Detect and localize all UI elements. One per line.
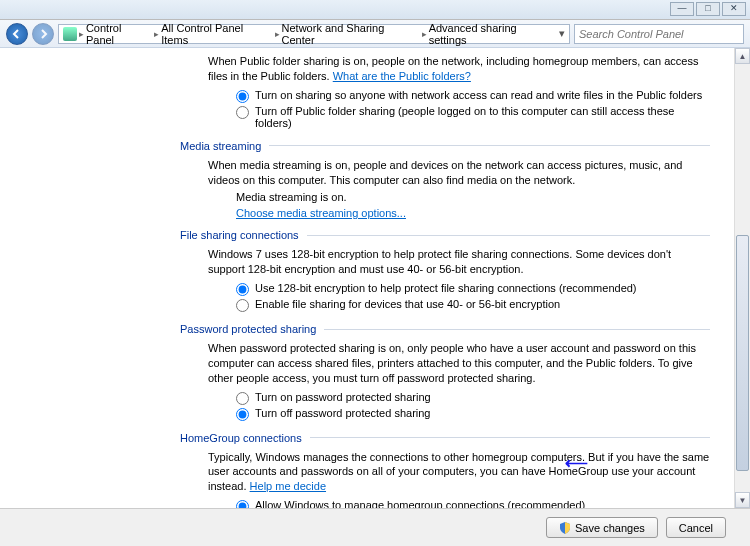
section-media-streaming: Media streaming When media streaming is …	[180, 140, 710, 220]
bc-control-panel[interactable]: Control Panel	[86, 22, 152, 46]
shield-icon	[559, 522, 571, 534]
divider	[324, 329, 710, 330]
scroll-up-button[interactable]: ▲	[735, 48, 750, 64]
chevron-right-icon: ▸	[422, 29, 427, 39]
vertical-scrollbar[interactable]: ▲ ▼	[734, 48, 750, 508]
radio-public-sharing-off[interactable]: Turn off Public folder sharing (people l…	[236, 104, 710, 130]
section-file-sharing: File sharing connections Windows 7 uses …	[180, 229, 710, 313]
breadcrumb-dropdown-icon[interactable]: ▾	[559, 27, 565, 40]
media-streaming-status: Media streaming is on.	[236, 191, 710, 203]
search-input[interactable]	[579, 28, 739, 40]
control-panel-icon	[63, 27, 77, 41]
radio-128bit[interactable]: Use 128-bit encryption to help protect f…	[236, 281, 710, 297]
section-title: File sharing connections	[180, 229, 299, 241]
navigation-bar: ▸ Control Panel ▸ All Control Panel Item…	[0, 20, 750, 48]
section-title: Password protected sharing	[180, 323, 316, 335]
file-sharing-text: Windows 7 uses 128-bit encryption to hel…	[208, 247, 710, 277]
help-me-decide-link[interactable]: Help me decide	[250, 480, 326, 492]
footer-bar: Save changes Cancel	[0, 508, 750, 546]
scroll-thumb[interactable]	[736, 235, 749, 470]
content-pane: When Public folder sharing is on, people…	[0, 48, 750, 508]
media-streaming-options-link[interactable]: Choose media streaming options...	[236, 207, 406, 219]
cancel-button[interactable]: Cancel	[666, 517, 726, 538]
public-folder-intro: When Public folder sharing is on, people…	[208, 54, 710, 84]
homegroup-text: Typically, Windows manages the connectio…	[208, 450, 710, 495]
public-folders-link[interactable]: What are the Public folders?	[333, 70, 471, 82]
section-password-sharing: Password protected sharing When password…	[180, 323, 710, 422]
radio-password-on[interactable]: Turn on password protected sharing	[236, 390, 710, 406]
chevron-right-icon: ▸	[275, 29, 280, 39]
maximize-button[interactable]: □	[696, 2, 720, 16]
close-button[interactable]: ✕	[722, 2, 746, 16]
save-changes-button[interactable]: Save changes	[546, 517, 658, 538]
divider	[310, 437, 710, 438]
breadcrumb[interactable]: ▸ Control Panel ▸ All Control Panel Item…	[58, 24, 570, 44]
chevron-right-icon: ▸	[154, 29, 159, 39]
section-title: Media streaming	[180, 140, 261, 152]
chevron-right-icon: ▸	[79, 29, 84, 39]
divider	[307, 235, 710, 236]
bc-network-sharing[interactable]: Network and Sharing Center	[282, 22, 420, 46]
radio-4056bit[interactable]: Enable file sharing for devices that use…	[236, 297, 710, 313]
section-title: HomeGroup connections	[180, 432, 302, 444]
back-button[interactable]	[6, 23, 28, 45]
search-box[interactable]	[574, 24, 744, 44]
section-homegroup: HomeGroup connections Typically, Windows…	[180, 432, 710, 508]
radio-public-sharing-on[interactable]: Turn on sharing so anyone with network a…	[236, 88, 710, 104]
forward-button[interactable]	[32, 23, 54, 45]
minimize-button[interactable]: —	[670, 2, 694, 16]
password-sharing-text: When password protected sharing is on, o…	[208, 341, 710, 386]
bc-advanced-sharing[interactable]: Advanced sharing settings	[429, 22, 557, 46]
window-titlebar: — □ ✕	[0, 0, 750, 20]
radio-password-off[interactable]: Turn off password protected sharing	[236, 406, 710, 422]
bc-all-items[interactable]: All Control Panel Items	[161, 22, 272, 46]
media-streaming-text: When media streaming is on, people and d…	[208, 158, 710, 188]
divider	[269, 145, 710, 146]
radio-windows-manage[interactable]: Allow Windows to manage homegroup connec…	[236, 498, 710, 508]
scroll-down-button[interactable]: ▼	[735, 492, 750, 508]
scroll-track[interactable]	[735, 64, 750, 492]
